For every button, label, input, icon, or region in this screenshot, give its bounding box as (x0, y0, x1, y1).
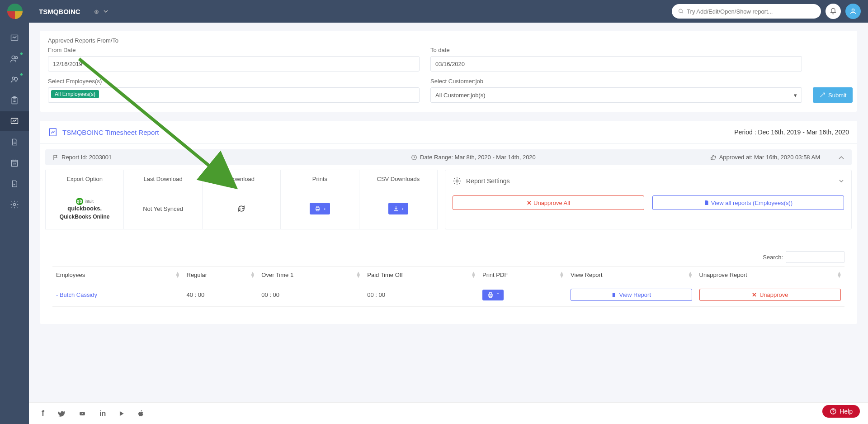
file-icon (611, 292, 616, 298)
sidebar-item-clipboard[interactable] (0, 91, 29, 110)
app-title: TSMQBOINC (39, 8, 80, 15)
thumbs-up-icon (710, 154, 717, 161)
export-header-csv: CSV Downloads (359, 170, 437, 188)
sidebar: 15 (0, 23, 29, 365)
x-icon: ✕ (527, 200, 532, 206)
print-button[interactable]: › (310, 203, 330, 214)
report-settings-label: Report Settings (466, 177, 510, 185)
flag-icon (52, 154, 59, 161)
table-row: - Butch Cassidy 40 : 00 00 : 00 00 : 00 … (52, 283, 844, 307)
customer-select[interactable]: All Customer:job(s) ▾ (430, 87, 802, 103)
export-header-lastdl: Last Download (124, 170, 202, 188)
chevron-down-icon (839, 179, 844, 183)
dashboard-icon (9, 33, 19, 43)
sort-icon: ▲▼ (688, 272, 693, 278)
caret-down-icon: ▾ (794, 92, 797, 99)
view-all-label: View all reports (Employees(s)) (711, 200, 793, 206)
sidebar-item-invoice[interactable] (0, 174, 29, 194)
row-print-button[interactable]: ˄ (482, 290, 504, 300)
map-user-icon (9, 75, 19, 84)
cell-overtime: 00 : 00 (258, 283, 363, 307)
report-heading: TSMQBOINC Timesheet Report Period : Dec … (40, 121, 857, 144)
sync-button[interactable] (237, 205, 245, 213)
wand-icon (819, 92, 826, 98)
filter-card: Approved Reports From/To From Date To da… (40, 31, 857, 112)
sidebar-item-users[interactable] (0, 49, 29, 69)
chevron-down-icon (104, 10, 108, 13)
employee-tag[interactable]: All Employees(s) (51, 90, 99, 98)
refresh-icon (237, 205, 245, 213)
report-period: Period : Dec 16th, 2019 - Mar 16th, 2020 (734, 129, 849, 136)
sidebar-item-settings[interactable] (0, 195, 29, 214)
row-view-label: View Report (619, 291, 651, 298)
search-input[interactable] (687, 8, 815, 15)
to-date-input[interactable] (430, 56, 802, 71)
cell-regular: 40 : 00 (183, 283, 258, 307)
col-regular[interactable]: Regular▲▼ (183, 267, 258, 283)
sidebar-item-document[interactable] (0, 132, 29, 152)
qb-badge: qb (76, 198, 83, 205)
chevron-up-icon: ˄ (497, 292, 499, 297)
unapprove-all-label: Unapprove All (533, 200, 570, 206)
export-table: Export Option qb intuit quickbooks. Quic… (45, 170, 438, 229)
employees-input[interactable]: All Employees(s) (48, 87, 420, 103)
export-header-download: Download (203, 170, 280, 188)
search-icon (678, 8, 684, 14)
chevron-up-icon[interactable] (838, 155, 844, 160)
row-view-report-button[interactable]: View Report (571, 289, 692, 301)
svg-line-1 (682, 12, 683, 14)
svg-point-2 (852, 9, 854, 11)
to-date-label: To date (430, 47, 802, 53)
col-unapprove[interactable]: Unapprove Report▲▼ (696, 267, 845, 283)
user-menu-button[interactable] (845, 4, 861, 19)
file-icon (704, 200, 709, 206)
employee-table: Employees▲▼ Regular▲▼ Over Time 1▲▼ Paid… (52, 267, 844, 307)
gear-icon (10, 200, 19, 209)
svg-rect-17 (316, 206, 319, 208)
col-employees[interactable]: Employees▲▼ (52, 267, 183, 283)
calendar-icon: 15 (10, 158, 19, 167)
gear-icon (453, 176, 462, 186)
report-settings-toggle[interactable]: Report Settings (453, 176, 844, 186)
currency-icon: ⊛ (94, 8, 99, 15)
currency-selector[interactable]: ⊛ (94, 8, 108, 15)
top-header: TSMQBOINC ⊛ (0, 0, 868, 23)
x-icon: ✕ (752, 291, 757, 298)
sidebar-item-reports[interactable] (0, 111, 29, 131)
invoice-icon (10, 179, 19, 188)
sidebar-item-location[interactable] (0, 70, 29, 90)
clock-icon (411, 154, 417, 161)
from-date-input[interactable] (48, 56, 420, 71)
main-content: Approved Reports From/To From Date To da… (29, 23, 868, 365)
qb-intuit: intuit (85, 199, 94, 204)
table-search-input[interactable] (786, 251, 844, 263)
sidebar-item-calendar[interactable]: 15 (0, 153, 29, 173)
view-all-reports-button[interactable]: View all reports (Employees(s)) (652, 195, 844, 210)
submit-button[interactable]: Submit (813, 87, 853, 103)
cell-pto: 00 : 00 (363, 283, 479, 307)
notifications-button[interactable] (826, 4, 841, 19)
col-pto[interactable]: Paid Time Off▲▼ (363, 267, 479, 283)
employee-link[interactable]: - Butch Cassidy (56, 291, 97, 298)
sort-icon: ▲▼ (837, 272, 842, 278)
csv-download-button[interactable]: › (388, 203, 408, 214)
global-search[interactable] (672, 4, 821, 19)
printer-icon (314, 205, 321, 212)
unapprove-all-button[interactable]: ✕ Unapprove All (453, 195, 644, 210)
svg-rect-21 (490, 292, 492, 294)
col-view[interactable]: View Report▲▼ (567, 267, 696, 283)
row-unapprove-button[interactable]: ✕ Unapprove (699, 289, 841, 301)
from-date-label: From Date (48, 47, 420, 53)
document-icon (10, 138, 19, 147)
col-overtime[interactable]: Over Time 1▲▼ (258, 267, 363, 283)
customer-select-value: All Customer:job(s) (435, 92, 486, 99)
sidebar-item-dashboard[interactable] (0, 28, 29, 48)
export-option-cell: qb intuit quickbooks. QuickBooks Online (46, 188, 123, 229)
col-print[interactable]: Print PDF▲▼ (479, 267, 567, 283)
customer-label: Select Customer:job (430, 78, 802, 85)
sort-icon: ▲▼ (471, 272, 476, 278)
row-unapprove-label: Unapprove (760, 291, 788, 298)
last-download-cell: Not Yet Synced (124, 188, 202, 229)
app-logo (7, 4, 23, 19)
report-icon (48, 127, 58, 137)
